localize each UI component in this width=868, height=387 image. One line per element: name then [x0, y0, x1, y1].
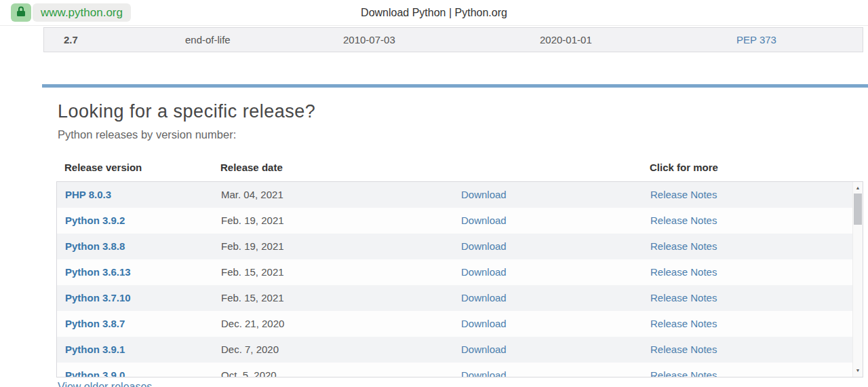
release-row: Python 3.6.13 Feb. 15, 2021 Download Rel… [57, 259, 863, 285]
release-notes-link[interactable]: Release Notes [650, 266, 717, 278]
first-release-cell: 2010-07-03 [343, 34, 395, 45]
scroll-up-button[interactable]: ▲ [853, 182, 863, 193]
header-release-date: Release date [220, 162, 283, 173]
release-version-link[interactable]: Python 3.6.13 [65, 266, 131, 278]
download-link[interactable]: Download [461, 266, 507, 278]
section-subheading: Python releases by version number: [58, 128, 236, 141]
end-of-support-cell: 2020-01-01 [540, 34, 592, 45]
release-row: Python 3.8.7 Dec. 21, 2020 Download Rele… [57, 311, 863, 337]
release-table-body: PHP 8.0.3 Mar. 04, 2021 Download Release… [57, 182, 863, 377]
release-notes-link[interactable]: Release Notes [650, 318, 717, 329]
release-row: PHP 8.0.3 Mar. 04, 2021 Download Release… [57, 182, 863, 208]
release-date: Dec. 7, 2020 [221, 344, 279, 355]
release-table-scrollbar[interactable]: ▲ ▼ [852, 182, 863, 377]
release-notes-link[interactable]: Release Notes [650, 292, 717, 303]
release-date: Feb. 19, 2021 [221, 240, 284, 252]
release-row: Python 3.9.1 Dec. 7, 2020 Download Relea… [57, 337, 863, 363]
release-row: Python 3.9.0 Oct. 5, 2020 Download Relea… [57, 363, 863, 377]
section-heading: Looking for a specific release? [58, 101, 315, 122]
release-version-link[interactable]: Python 3.8.8 [65, 240, 125, 252]
download-link[interactable]: Download [461, 369, 507, 377]
header-release-version: Release version [64, 162, 142, 173]
release-version-link[interactable]: Python 3.8.7 [65, 318, 125, 329]
release-date: Feb. 15, 2021 [221, 292, 284, 303]
section-divider [42, 84, 868, 88]
release-notes-link[interactable]: Release Notes [650, 240, 717, 252]
status-cell: end-of-life [185, 34, 231, 45]
release-version-link[interactable]: Python 3.9.2 [65, 215, 125, 226]
release-table-headers: Release version Release date Click for m… [0, 162, 868, 175]
release-date: Oct. 5, 2020 [221, 369, 277, 377]
release-version-link[interactable]: Python 3.9.0 [65, 369, 125, 377]
release-version-link[interactable]: PHP 8.0.3 [65, 189, 111, 200]
version-cell: 2.7 [64, 34, 78, 45]
scroll-down-button[interactable]: ▼ [853, 365, 863, 375]
older-releases-link[interactable]: View older releases [58, 381, 152, 387]
release-date: Mar. 04, 2021 [221, 189, 283, 200]
download-link[interactable]: Download [461, 292, 507, 303]
download-link[interactable]: Download [461, 240, 507, 252]
download-link[interactable]: Download [461, 344, 507, 355]
download-link[interactable]: Download [461, 215, 507, 226]
release-date: Feb. 15, 2021 [221, 266, 284, 278]
release-notes-link[interactable]: Release Notes [650, 369, 717, 377]
supported-version-row-2.7: 2.7 end-of-life 2010-07-03 2020-01-01 PE… [43, 27, 863, 52]
scrollbar-thumb[interactable] [854, 194, 862, 225]
release-date: Feb. 19, 2021 [221, 215, 284, 226]
release-table: PHP 8.0.3 Mar. 04, 2021 Download Release… [56, 181, 863, 377]
release-row: Python 3.7.10 Feb. 15, 2021 Download Rel… [57, 285, 863, 311]
release-notes-link[interactable]: Release Notes [650, 344, 717, 355]
download-link[interactable]: Download [461, 189, 507, 200]
pep-link[interactable]: PEP 373 [736, 34, 776, 45]
download-link[interactable]: Download [461, 318, 507, 329]
release-version-link[interactable]: Python 3.7.10 [65, 292, 131, 303]
release-row: Python 3.9.2 Feb. 19, 2021 Download Rele… [57, 208, 863, 234]
release-notes-link[interactable]: Release Notes [650, 215, 717, 226]
browser-topbar: www.python.org Download Python | Python.… [0, 0, 868, 26]
release-notes-link[interactable]: Release Notes [650, 189, 717, 200]
release-row: Python 3.8.8 Feb. 19, 2021 Download Rele… [57, 234, 863, 259]
header-click-for-more: Click for more [650, 162, 718, 173]
page-title: Download Python | Python.org [0, 0, 868, 26]
release-date: Dec. 21, 2020 [221, 318, 284, 329]
release-version-link[interactable]: Python 3.9.1 [65, 344, 125, 355]
